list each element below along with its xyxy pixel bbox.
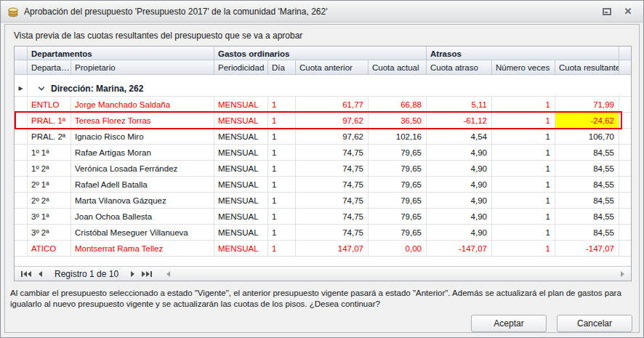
cell-dia: 1	[268, 225, 296, 241]
column-header-dia[interactable]: Día	[268, 60, 296, 75]
preview-label: Vista previa de las cuotas resultantes d…	[5, 25, 639, 46]
cell-propietario: Verónica Losada Ferrández	[71, 161, 214, 177]
record-counter: Registro 1 de 10	[46, 269, 127, 279]
row-filler	[619, 129, 631, 145]
scroll-right-icon	[621, 271, 624, 277]
column-header-periodicidad[interactable]: Periodicidad	[214, 60, 268, 75]
cell-cuota-anterior: 74,75	[296, 193, 369, 209]
column-group-gastos-ordinarios[interactable]: Gastos ordinarios	[214, 47, 427, 60]
column-header-cuota-actual[interactable]: Cuota actual	[369, 60, 427, 75]
first-record-button[interactable]	[17, 267, 35, 281]
previous-record-button[interactable]	[35, 267, 46, 281]
next-record-button[interactable]	[127, 267, 138, 281]
table-row[interactable]: PRAL. 2ªIgnacio Risco MiroMENSUAL197,621…	[15, 129, 631, 145]
cell-departamento: 1º 2ª	[28, 161, 71, 177]
table-row[interactable]: ENTLOJorge Manchado SaldañaMENSUAL161,77…	[15, 97, 631, 113]
window-title: Aprobación del presupuesto 'Presupuesto …	[24, 7, 594, 17]
cell-propietario: Marta Vilanova Gázquez	[71, 193, 214, 209]
group-row-label: Dirección: Marina, 262	[51, 84, 143, 94]
column-header-propietario[interactable]: Propietario	[71, 60, 214, 75]
cancel-button[interactable]: Cancelar	[557, 315, 632, 332]
cell-numero-veces: 1	[492, 209, 555, 225]
cell-numero-veces: 1	[492, 113, 555, 129]
cell-propietario: Teresa Florez Torras	[71, 113, 214, 129]
close-button[interactable]: ✕	[620, 5, 636, 18]
cell-dia: 1	[268, 145, 296, 161]
budget-grid: Departamentos Gastos ordinarios Atrasos …	[14, 46, 632, 281]
table-row[interactable]: 2º 1ªRafael Adell BatallaMENSUAL174,7579…	[15, 177, 631, 193]
row-gutter	[15, 113, 28, 129]
column-group-departamentos[interactable]: Departamentos	[28, 47, 214, 60]
cell-dia: 1	[268, 161, 296, 177]
cell-cuota-resultante: 71,99	[555, 97, 619, 113]
cell-cuota-atraso: 4,90	[427, 209, 492, 225]
cell-periodicidad: MENSUAL	[214, 193, 268, 209]
row-gutter	[15, 241, 28, 257]
cell-cuota-actual: 79,65	[369, 209, 427, 225]
row-indicator-gutter: ▶	[15, 81, 28, 96]
row-filler	[619, 193, 631, 209]
table-row[interactable]: ATICOMontserrat Rama TellezMENSUAL1147,0…	[15, 241, 631, 257]
cell-cuota-actual: 79,65	[369, 161, 427, 177]
cell-cuota-actual: 0,00	[369, 241, 427, 257]
title-bar[interactable]: Aprobación del presupuesto 'Presupuesto …	[1, 1, 643, 23]
cell-departamento: 2º 1ª	[28, 177, 71, 193]
table-row[interactable]: 2º 2ªMarta Vilanova GázquezMENSUAL174,75…	[15, 193, 631, 209]
first-record-icon	[21, 271, 23, 277]
row-gutter	[15, 177, 28, 193]
column-group-atrasos[interactable]: Atrasos	[427, 47, 619, 60]
cell-cuota-actual: 79,65	[369, 193, 427, 209]
focused-row-indicator-icon: ▶	[18, 86, 23, 92]
cell-cuota-anterior: 74,75	[296, 177, 369, 193]
collapse-group-icon[interactable]	[38, 86, 45, 92]
cell-numero-veces: 1	[492, 225, 555, 241]
hscroll-left-button[interactable]	[163, 267, 174, 281]
cell-propietario: Montserrat Rama Tellez	[71, 241, 214, 257]
scroll-left-icon	[166, 271, 170, 277]
confirmation-message: Al cambiar el presupuesto seleccionado a…	[5, 281, 639, 310]
cell-numero-veces: 1	[492, 161, 555, 177]
grid-top-spacer	[15, 75, 631, 81]
row-gutter	[15, 129, 28, 145]
row-filler	[619, 113, 631, 129]
cell-numero-veces: 1	[492, 97, 555, 113]
row-filler	[619, 177, 631, 193]
cell-cuota-resultante: 84,55	[555, 161, 619, 177]
grid-empty-space	[15, 257, 631, 266]
cell-cuota-atraso: 4,54	[427, 129, 492, 145]
cell-departamento: 3º 1ª	[28, 209, 71, 225]
table-row[interactable]: PRAL. 1ªTeresa Florez TorrasMENSUAL197,6…	[15, 113, 631, 129]
last-record-button[interactable]	[138, 267, 156, 281]
restore-button[interactable]	[599, 5, 615, 18]
column-header-cuota-resultante[interactable]: Cuota resultante	[555, 60, 619, 75]
row-gutter	[15, 97, 28, 113]
cell-dia: 1	[268, 177, 296, 193]
cell-propietario: Joan Ochoa Ballesta	[71, 209, 214, 225]
column-header-numero-veces[interactable]: Número veces	[492, 60, 555, 75]
table-row[interactable]: 3º 1ªJoan Ochoa BallestaMENSUAL174,7579,…	[15, 209, 631, 225]
table-row[interactable]: 3º 2ªCristóbal Meseguer VillanuevaMENSUA…	[15, 225, 631, 241]
cell-cuota-atraso: 4,90	[427, 145, 492, 161]
group-row-direccion[interactable]: ▶ Dirección: Marina, 262	[15, 81, 631, 97]
column-header-cuota-anterior[interactable]: Cuota anterior	[296, 60, 369, 75]
cell-cuota-atraso: -147,07	[427, 241, 492, 257]
coins-icon	[7, 6, 19, 17]
cell-periodicidad: MENSUAL	[214, 113, 268, 129]
table-row[interactable]: 1º 1ªRafae Artigas MoranMENSUAL174,7579,…	[15, 145, 631, 161]
accept-button[interactable]: Aceptar	[471, 315, 547, 332]
header-filler	[619, 47, 631, 60]
cell-cuota-resultante: -147,07	[555, 241, 619, 257]
column-header-cuota-atraso[interactable]: Cuota atraso	[427, 60, 492, 75]
hscroll-right-button[interactable]	[617, 267, 628, 281]
table-row[interactable]: 1º 2ªVerónica Losada FerrándezMENSUAL174…	[15, 161, 631, 177]
cell-dia: 1	[268, 97, 296, 113]
column-header-departamento[interactable]: Departa…	[28, 60, 71, 75]
cell-cuota-atraso: 4,90	[427, 177, 492, 193]
row-gutter	[15, 193, 28, 209]
cell-cuota-atraso: 5,11	[427, 97, 492, 113]
cell-cuota-actual: 66,88	[369, 97, 427, 113]
cell-departamento: PRAL. 2ª	[28, 129, 71, 145]
cell-propietario: Jorge Manchado Saldaña	[71, 97, 214, 113]
cell-cuota-actual: 79,65	[369, 145, 427, 161]
cell-cuota-resultante: 106,70	[555, 129, 619, 145]
